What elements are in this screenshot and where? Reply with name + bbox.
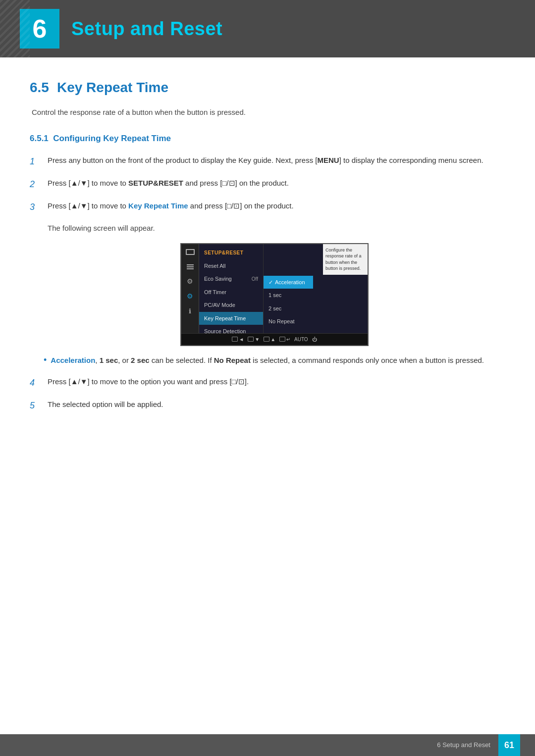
step-4-text: Press [▲/▼] to move to the option you wa… bbox=[48, 376, 505, 388]
info-icon: ℹ bbox=[185, 307, 195, 315]
btn-left: ◄ bbox=[232, 336, 244, 343]
chapter-header: 6 Setup and Reset bbox=[0, 0, 535, 57]
step-3-number: 3 bbox=[30, 201, 44, 214]
gear-active-icon: ⚙ bbox=[185, 293, 195, 301]
page-footer: 6 Setup and Reset 61 bbox=[0, 734, 535, 756]
step-3-text: Press [▲/▼] to move to Key Repeat Time a… bbox=[48, 200, 505, 212]
btn-enter: ↵ bbox=[279, 336, 290, 343]
step-1-number: 1 bbox=[30, 155, 44, 168]
section-title: Key Repeat Time bbox=[57, 80, 168, 95]
screen-mockup: ⚙ ⚙ ℹ SETUP&RESET Reset All Eco SavingOf… bbox=[180, 243, 369, 346]
step-2-number: 2 bbox=[30, 178, 44, 191]
btn-power: ⏻ bbox=[312, 336, 317, 343]
step-2-text: Press [▲/▼] to move to SETUP&RESET and p… bbox=[48, 177, 505, 189]
subsection-title: Configuring Key Repeat Time bbox=[53, 134, 171, 143]
icon-bar: ⚙ ⚙ ℹ bbox=[181, 244, 199, 333]
step-5-text: The selected option will be applied. bbox=[48, 399, 505, 410]
step-4: 4 Press [▲/▼] to move to the option you … bbox=[30, 376, 505, 390]
step-3-subtext: The following screen will appear. bbox=[48, 223, 505, 234]
lines-icon bbox=[185, 263, 195, 271]
bullet-text: Acceleration, 1 sec, or 2 sec can be sel… bbox=[51, 355, 484, 366]
menu-item-off-timer: Off Timer bbox=[199, 286, 263, 299]
section-description: Control the response rate of a button wh… bbox=[30, 107, 505, 118]
menu-panel: SETUP&RESET Reset All Eco SavingOff Off … bbox=[199, 244, 264, 333]
step-5-number: 5 bbox=[30, 399, 44, 412]
submenu-panel: ✓Acceleration 1 sec 2 sec No Repeat bbox=[264, 274, 313, 333]
screen-inner: ⚙ ⚙ ℹ SETUP&RESET Reset All Eco SavingOf… bbox=[181, 244, 368, 333]
menu-item-pcav-mode: PC/AV Mode bbox=[199, 299, 263, 312]
tv-icon bbox=[185, 248, 195, 256]
menu-item-key-repeat: Key Repeat Time bbox=[199, 312, 263, 325]
step-4-number: 4 bbox=[30, 376, 44, 390]
gear-icon: ⚙ bbox=[185, 278, 195, 286]
submenu-2sec: 2 sec bbox=[264, 302, 313, 315]
bullet-list: • Acceleration, 1 sec, or 2 sec can be s… bbox=[30, 355, 505, 367]
btn-auto: AUTO bbox=[294, 336, 308, 343]
main-content: 6.5Key Repeat Time Control the response … bbox=[0, 77, 535, 412]
submenu-no-repeat: No Repeat bbox=[264, 315, 313, 328]
submenu-1sec: 1 sec bbox=[264, 289, 313, 302]
btn-down: ▼ bbox=[248, 336, 260, 343]
chapter-title: Setup and Reset bbox=[71, 15, 222, 43]
subsection-heading: 6.5.1 Configuring Key Repeat Time bbox=[30, 132, 505, 145]
step-1-text: Press any button on the front of the pro… bbox=[48, 154, 505, 166]
steps-continued: 4 Press [▲/▼] to move to the option you … bbox=[30, 376, 505, 412]
section-number: 6.5 bbox=[30, 80, 49, 95]
footer-text: 6 Setup and Reset bbox=[437, 740, 490, 750]
steps-list: 1 Press any button on the front of the p… bbox=[30, 154, 505, 214]
bullet-item-1: • Acceleration, 1 sec, or 2 sec can be s… bbox=[30, 355, 505, 367]
step-3: 3 Press [▲/▼] to move to Key Repeat Time… bbox=[30, 200, 505, 214]
step-2: 2 Press [▲/▼] to move to SETUP&RESET and… bbox=[30, 177, 505, 191]
chapter-number: 6 bbox=[20, 9, 59, 49]
menu-item-reset-all: Reset All bbox=[199, 259, 263, 273]
section-heading: 6.5Key Repeat Time bbox=[30, 77, 505, 98]
menu-title: SETUP&RESET bbox=[199, 247, 263, 259]
step-1: 1 Press any button on the front of the p… bbox=[30, 154, 505, 168]
screen-container: ⚙ ⚙ ℹ SETUP&RESET Reset All Eco SavingOf… bbox=[44, 243, 505, 346]
btn-up: ▲ bbox=[264, 336, 275, 343]
bullet-dot: • bbox=[44, 353, 47, 367]
menu-item-eco-saving: Eco SavingOff bbox=[199, 272, 263, 286]
page-number: 61 bbox=[498, 734, 520, 756]
screen-tooltip: Configure the response rate of a button … bbox=[323, 244, 368, 275]
step-5: 5 The selected option will be applied. bbox=[30, 399, 505, 412]
subsection-number: 6.5.1 bbox=[30, 134, 49, 143]
submenu-acceleration: ✓Acceleration bbox=[264, 276, 313, 289]
